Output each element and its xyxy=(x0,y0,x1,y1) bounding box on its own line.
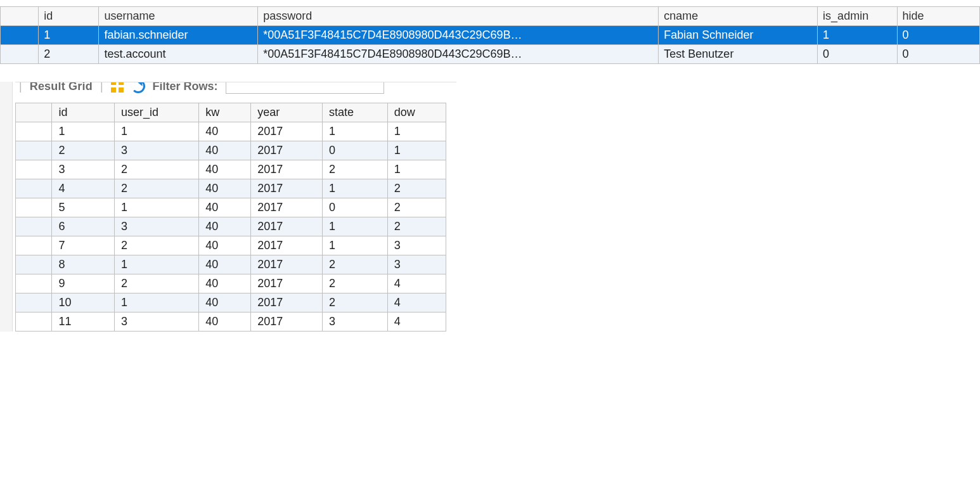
records-col-state[interactable]: state xyxy=(323,103,388,122)
cell-id[interactable]: 7 xyxy=(52,236,114,255)
cell-id[interactable]: 3 xyxy=(52,160,114,179)
cell-id[interactable]: 2 xyxy=(39,45,99,64)
cell-state[interactable]: 1 xyxy=(323,236,388,255)
cell-cname[interactable]: Test Benutzer xyxy=(659,45,818,64)
rownum-cell[interactable] xyxy=(16,179,52,198)
cell-hide[interactable]: 0 xyxy=(897,45,980,64)
cell-userid[interactable]: 3 xyxy=(114,312,198,332)
cell-dow[interactable]: 4 xyxy=(387,293,446,312)
cell-state[interactable]: 1 xyxy=(323,179,388,198)
cell-state[interactable]: 2 xyxy=(323,160,388,179)
rownum-cell[interactable] xyxy=(16,122,52,141)
cell-isadmin[interactable]: 1 xyxy=(818,26,897,45)
cell-state[interactable]: 0 xyxy=(323,198,388,217)
cell-state[interactable]: 0 xyxy=(323,141,388,160)
cell-state[interactable]: 2 xyxy=(323,255,388,274)
records-col-year[interactable]: year xyxy=(251,103,323,122)
cell-year[interactable]: 2017 xyxy=(251,141,323,160)
table-row[interactable]: 10140201724 xyxy=(16,293,446,312)
cell-state[interactable]: 3 xyxy=(323,312,388,332)
cell-dow[interactable]: 1 xyxy=(387,160,446,179)
cell-id[interactable]: 8 xyxy=(52,255,114,274)
users-col-password[interactable]: password xyxy=(258,7,659,26)
table-row[interactable]: 1fabian.schneider*00A51F3F48415C7D4E8908… xyxy=(1,26,980,45)
cell-dow[interactable]: 4 xyxy=(387,312,446,332)
records-col-dow[interactable]: dow xyxy=(387,103,446,122)
cell-userid[interactable]: 2 xyxy=(114,160,198,179)
cell-password[interactable]: *00A51F3F48415C7D4E8908980D443C29C69B… xyxy=(258,26,659,45)
users-col-id[interactable]: id xyxy=(39,7,99,26)
users-col-hide[interactable]: hide xyxy=(897,7,980,26)
cell-year[interactable]: 2017 xyxy=(251,217,323,236)
cell-dow[interactable]: 1 xyxy=(387,141,446,160)
cell-kw[interactable]: 40 xyxy=(199,141,251,160)
grid-view-icon[interactable] xyxy=(111,82,124,93)
cell-userid[interactable]: 1 xyxy=(114,198,198,217)
cell-year[interactable]: 2017 xyxy=(251,312,323,332)
records-table[interactable]: id user_id kw year state dow 11402017112… xyxy=(15,103,446,332)
table-row[interactable]: 3240201721 xyxy=(16,160,446,179)
users-col-cname[interactable]: cname xyxy=(659,7,818,26)
table-row[interactable]: 6340201712 xyxy=(16,217,446,236)
cell-kw[interactable]: 40 xyxy=(199,293,251,312)
cell-userid[interactable]: 1 xyxy=(114,293,198,312)
cell-kw[interactable]: 40 xyxy=(199,255,251,274)
cell-userid[interactable]: 2 xyxy=(114,179,198,198)
cell-userid[interactable]: 3 xyxy=(114,141,198,160)
cell-userid[interactable]: 2 xyxy=(114,274,198,293)
table-row[interactable]: 4240201712 xyxy=(16,179,446,198)
cell-userid[interactable]: 2 xyxy=(114,236,198,255)
cell-cname[interactable]: Fabian Schneider xyxy=(659,26,818,45)
cell-kw[interactable]: 40 xyxy=(199,236,251,255)
table-row[interactable]: 11340201734 xyxy=(16,312,446,332)
cell-year[interactable]: 2017 xyxy=(251,160,323,179)
cell-kw[interactable]: 40 xyxy=(199,217,251,236)
cell-id[interactable]: 6 xyxy=(52,217,114,236)
table-row[interactable]: 2340201701 xyxy=(16,141,446,160)
cell-username[interactable]: test.account xyxy=(99,45,258,64)
cell-userid[interactable]: 1 xyxy=(114,255,198,274)
cell-year[interactable]: 2017 xyxy=(251,179,323,198)
cell-dow[interactable]: 3 xyxy=(387,255,446,274)
users-table[interactable]: id username password cname is_admin hide… xyxy=(0,6,980,64)
cell-userid[interactable]: 3 xyxy=(114,217,198,236)
rownum-cell[interactable] xyxy=(1,45,39,64)
users-col-isadmin[interactable]: is_admin xyxy=(818,7,897,26)
cell-year[interactable]: 2017 xyxy=(251,198,323,217)
cell-password[interactable]: *00A51F3F48415C7D4E8908980D443C29C69B… xyxy=(258,45,659,64)
records-col-userid[interactable]: user_id xyxy=(114,103,198,122)
cell-state[interactable]: 2 xyxy=(323,293,388,312)
cell-isadmin[interactable]: 0 xyxy=(818,45,897,64)
cell-id[interactable]: 1 xyxy=(39,26,99,45)
cell-year[interactable]: 2017 xyxy=(251,274,323,293)
cell-hide[interactable]: 0 xyxy=(897,26,980,45)
refresh-icon[interactable] xyxy=(131,82,145,93)
users-col-username[interactable]: username xyxy=(99,7,258,26)
rownum-cell[interactable] xyxy=(16,274,52,293)
cell-year[interactable]: 2017 xyxy=(251,236,323,255)
cell-dow[interactable]: 3 xyxy=(387,236,446,255)
rownum-cell[interactable] xyxy=(1,26,39,45)
cell-id[interactable]: 10 xyxy=(52,293,114,312)
cell-id[interactable]: 5 xyxy=(52,198,114,217)
cell-dow[interactable]: 2 xyxy=(387,179,446,198)
cell-state[interactable]: 1 xyxy=(323,122,388,141)
cell-kw[interactable]: 40 xyxy=(199,160,251,179)
cell-state[interactable]: 2 xyxy=(323,274,388,293)
rownum-cell[interactable] xyxy=(16,198,52,217)
cell-id[interactable]: 2 xyxy=(52,141,114,160)
cell-kw[interactable]: 40 xyxy=(199,179,251,198)
cell-id[interactable]: 1 xyxy=(52,122,114,141)
cell-id[interactable]: 4 xyxy=(52,179,114,198)
cell-kw[interactable]: 40 xyxy=(199,312,251,332)
cell-year[interactable]: 2017 xyxy=(251,255,323,274)
cell-kw[interactable]: 40 xyxy=(199,274,251,293)
cell-kw[interactable]: 40 xyxy=(199,198,251,217)
rownum-cell[interactable] xyxy=(16,293,52,312)
cell-dow[interactable]: 4 xyxy=(387,274,446,293)
table-row[interactable]: 7240201713 xyxy=(16,236,446,255)
records-col-kw[interactable]: kw xyxy=(199,103,251,122)
filter-rows-input[interactable] xyxy=(226,82,384,94)
table-row[interactable]: 9240201724 xyxy=(16,274,446,293)
cell-username[interactable]: fabian.schneider xyxy=(99,26,258,45)
